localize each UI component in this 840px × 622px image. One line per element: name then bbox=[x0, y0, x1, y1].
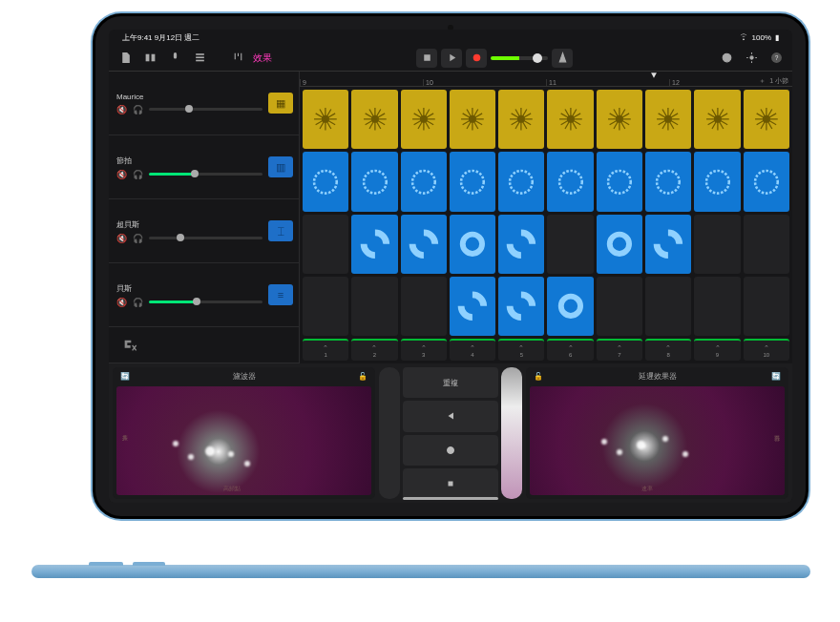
headphones-icon[interactable]: 🎧 bbox=[133, 105, 143, 114]
loop-cell[interactable] bbox=[744, 215, 789, 274]
trigger-button[interactable]: ⌃3 bbox=[401, 339, 447, 361]
loop-cell[interactable] bbox=[597, 90, 642, 149]
file-button[interactable] bbox=[115, 49, 136, 68]
track-row[interactable]: 超貝斯 🔇 🎧 ⌶ bbox=[109, 199, 299, 263]
track-row[interactable]: Maurice 🔇 🎧 ▦ bbox=[109, 72, 299, 135]
play-button[interactable] bbox=[441, 49, 462, 68]
loop-cell[interactable] bbox=[450, 152, 495, 211]
metronome-button[interactable] bbox=[552, 49, 573, 68]
loop-cell[interactable] bbox=[694, 152, 740, 211]
trigger-button[interactable]: ⌃2 bbox=[351, 339, 397, 361]
loop-cell[interactable] bbox=[597, 215, 642, 274]
sliders-button[interactable] bbox=[227, 49, 248, 68]
loop-button[interactable] bbox=[716, 49, 737, 68]
loop-cell[interactable] bbox=[351, 152, 397, 211]
sync-icon[interactable]: 🔄 bbox=[771, 372, 781, 381]
trigger-button[interactable]: ⌃9 bbox=[694, 339, 740, 361]
loop-cell[interactable] bbox=[498, 215, 544, 274]
strip-left[interactable] bbox=[379, 367, 400, 499]
headphones-icon[interactable]: 🎧 bbox=[133, 298, 143, 307]
settings-button[interactable] bbox=[741, 49, 762, 68]
trigger-button[interactable]: ⌃8 bbox=[645, 339, 691, 361]
sync-icon[interactable]: 🔄 bbox=[120, 372, 130, 381]
lock-icon[interactable]: 🔓 bbox=[358, 372, 368, 381]
loop-cell[interactable] bbox=[645, 152, 691, 211]
instrument-bass-icon[interactable]: ≡ bbox=[268, 284, 293, 305]
view-button[interactable] bbox=[139, 49, 160, 68]
instrument-drum-icon[interactable]: ▦ bbox=[268, 93, 293, 114]
loop-cell[interactable] bbox=[401, 215, 447, 274]
center-scratch[interactable] bbox=[403, 435, 498, 466]
loop-cell[interactable] bbox=[547, 215, 593, 274]
xy-pad-filter[interactable]: 🔄 濾波器 🔓 共振 高頻點 bbox=[113, 367, 375, 499]
loop-cell[interactable] bbox=[645, 277, 691, 336]
headphones-icon[interactable]: 🎧 bbox=[133, 234, 143, 243]
center-stop[interactable] bbox=[403, 468, 498, 499]
loop-cell[interactable] bbox=[450, 90, 495, 149]
loop-cell[interactable] bbox=[401, 152, 447, 211]
track-row[interactable]: 貝斯 🔇 🎧 ≡ bbox=[109, 263, 299, 327]
loop-cell[interactable] bbox=[401, 90, 447, 149]
loop-cell[interactable] bbox=[498, 277, 544, 336]
lock-icon[interactable]: 🔓 bbox=[534, 372, 543, 381]
loop-cell[interactable] bbox=[645, 215, 691, 274]
mute-icon[interactable]: 🔇 bbox=[116, 234, 127, 243]
trigger-button[interactable]: ⌃6 bbox=[547, 339, 593, 361]
instrument-synth-icon[interactable]: ⌶ bbox=[268, 220, 293, 241]
loop-cell[interactable] bbox=[351, 215, 397, 274]
loop-cell[interactable] bbox=[351, 90, 397, 149]
home-indicator[interactable] bbox=[403, 497, 498, 500]
track-volume-slider[interactable] bbox=[149, 237, 262, 239]
loop-cell[interactable] bbox=[351, 277, 397, 336]
loop-cell[interactable] bbox=[450, 277, 495, 336]
loop-cell[interactable] bbox=[401, 277, 447, 336]
loop-cell[interactable] bbox=[694, 90, 740, 149]
center-repeat[interactable]: 重複 bbox=[403, 367, 498, 398]
loop-cell[interactable] bbox=[303, 215, 348, 274]
trigger-button[interactable]: ⌃7 bbox=[597, 339, 642, 361]
loop-cell[interactable] bbox=[498, 90, 544, 149]
loop-cell[interactable] bbox=[547, 90, 593, 149]
mic-button[interactable] bbox=[164, 49, 185, 68]
loop-cell[interactable] bbox=[645, 90, 691, 149]
loop-cell[interactable] bbox=[744, 152, 789, 211]
trigger-button[interactable]: ⌃10 bbox=[744, 339, 789, 361]
loop-cell[interactable] bbox=[498, 152, 544, 211]
effects-button[interactable]: 效果 bbox=[252, 49, 273, 68]
timeline-ruler[interactable]: 9 10 11 12 ＋ 1 小節 bbox=[300, 72, 792, 87]
track-volume-slider[interactable] bbox=[149, 173, 262, 176]
trigger-button[interactable]: ⌃5 bbox=[498, 339, 544, 361]
mute-icon[interactable]: 🔇 bbox=[116, 170, 127, 179]
loop-cell[interactable] bbox=[303, 90, 348, 149]
loop-cell[interactable] bbox=[694, 215, 740, 274]
loop-cell[interactable] bbox=[547, 152, 593, 211]
add-bar-button[interactable]: ＋ bbox=[759, 76, 766, 86]
loop-cell[interactable] bbox=[303, 152, 348, 211]
instrument-keys-icon[interactable]: ▥ bbox=[268, 156, 293, 177]
track-volume-slider[interactable] bbox=[149, 301, 262, 303]
strip-right[interactable] bbox=[501, 367, 522, 499]
mute-icon[interactable]: 🔇 bbox=[116, 105, 127, 114]
loop-cell[interactable] bbox=[744, 277, 789, 336]
loop-cell[interactable] bbox=[547, 277, 593, 336]
mixer-button[interactable] bbox=[189, 49, 210, 68]
headphones-icon[interactable]: 🎧 bbox=[133, 170, 143, 179]
track-volume-slider[interactable] bbox=[149, 108, 262, 111]
loop-cell[interactable] bbox=[597, 152, 642, 211]
trigger-button[interactable]: ⌃1 bbox=[303, 339, 348, 361]
stop-button[interactable] bbox=[416, 49, 437, 68]
record-button[interactable] bbox=[466, 49, 487, 68]
loop-cell[interactable] bbox=[694, 277, 740, 336]
trigger-button[interactable]: ⌃4 bbox=[450, 339, 495, 361]
playhead-icon[interactable] bbox=[649, 72, 659, 82]
loop-cell[interactable] bbox=[450, 215, 495, 274]
loop-cell[interactable] bbox=[597, 277, 642, 336]
fx-track-row[interactable] bbox=[109, 327, 299, 363]
loop-cell[interactable] bbox=[744, 90, 789, 149]
xy-pad-delay[interactable]: 🔓 延遲效果器 🔄 混音 速率 bbox=[526, 367, 788, 499]
center-reverse[interactable] bbox=[403, 401, 498, 431]
track-row[interactable]: 節拍 🔇 🎧 ▥ bbox=[109, 135, 299, 199]
master-volume[interactable] bbox=[491, 56, 548, 60]
mute-icon[interactable]: 🔇 bbox=[116, 298, 127, 307]
loop-cell[interactable] bbox=[303, 277, 348, 336]
